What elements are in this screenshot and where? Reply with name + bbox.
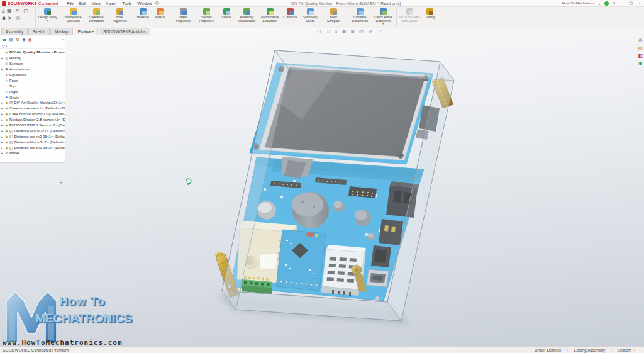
tree-item-label: Right <box>9 90 18 94</box>
tree-item-label: Mates <box>9 151 19 155</box>
feature-tree-item[interactable]: ▸ ◆ Case top asprev<1> (Default<<Defa <box>0 106 65 111</box>
config-selector[interactable]: Custom ▾ <box>611 348 640 352</box>
view-tool-icon[interactable]: ▤ <box>359 28 364 34</box>
tree-item-label: PMS5003 PM2.5 Sensor<1> (Default <box>9 123 65 127</box>
tree-item-label: Nextion Display 2.8 inches<1> (Defa <box>9 118 65 121</box>
feature-tree-item[interactable]: ▸ ▱ Front <box>0 77 65 83</box>
feature-tree-item[interactable]: ▸ ◆ (-) Distance Nut m3<1> (Default<-D <box>0 128 65 133</box>
case-front-panel[interactable] <box>222 50 454 321</box>
feature-tree-item[interactable]: ▸ ◆ Nextion Display 2.8 inches<1> (Defa <box>0 117 65 123</box>
tree-item-icon: ◆ <box>4 146 9 150</box>
feature-tree-item[interactable]: ▸ ◆ (f) DIY Air Quality Monitor(2)<1> (D… <box>0 100 65 106</box>
tree-item-icon: ◆ <box>4 118 9 121</box>
view-tool-icon[interactable]: ○ <box>317 28 321 34</box>
rotate-hint-icon <box>186 179 191 185</box>
tree-item-icon: ◆ <box>4 135 9 138</box>
tree-item-icon: ◆ <box>4 140 9 144</box>
tree-item-icon: ◆ <box>4 129 9 133</box>
tree-item-label: Top <box>9 84 16 88</box>
tree-item-label: (-) Distance nut m3 26<1> (Default< <box>9 135 65 138</box>
view-tool-icon[interactable]: ⌂ <box>335 28 338 34</box>
task-pane-icon[interactable]: ◧ <box>638 53 643 59</box>
tree-item-icon: ◆ <box>4 101 9 104</box>
view-tool-icon[interactable]: ⚙ <box>368 28 372 34</box>
graphics-viewport[interactable]: ○◫⌂▣◉▤⚙▢ ⚙▤◧◉ ☰▤⚙◈◉ › ▽ ▾ ▸ ◈ DIY Air Qu… <box>0 28 644 346</box>
feature-tree-item[interactable]: ▸ ▱ Right <box>0 89 65 94</box>
tree-item-label: (-) Distance nut m3 26<2> (Default< <box>9 146 65 150</box>
tree-item-label: History <box>9 56 21 60</box>
feature-tree-item[interactable]: ▸ ◎ Sensors <box>0 61 65 67</box>
panel-tab-icon[interactable]: ⚙ <box>16 37 19 42</box>
feature-tree-item[interactable]: ▸ ◷ History <box>0 55 65 61</box>
view-tool-icon[interactable]: ▣ <box>341 28 346 34</box>
tree-item-label: DIY Air Quality Monitor - From Altium (D <box>9 50 65 54</box>
status-bar: SOLIDWORKS Connected Premium Under Defin… <box>0 346 644 353</box>
task-pane-icon[interactable]: ⚙ <box>638 38 643 43</box>
panel-tab-icon[interactable]: ◉ <box>28 37 32 42</box>
feature-tree-item[interactable]: ▸ ◆ (-) Distance nut m3 26<1> (Default< <box>0 133 65 139</box>
feature-manager-tabs: ☰▤⚙◈◉ › <box>0 36 65 43</box>
solidworks-window: SOLIDWORKS Connected FileEditViewInsertT… <box>0 0 644 353</box>
view-tool-icon[interactable]: ◉ <box>351 28 355 34</box>
commandmanager-tab[interactable]: Evaluate <box>74 28 98 35</box>
config-value: Custom <box>617 348 631 352</box>
feature-tree-item[interactable]: ▸ ▱ Top <box>0 83 65 89</box>
tree-filter[interactable]: ▽ ▾ <box>0 43 65 49</box>
tree-item-icon: ◆ <box>4 112 9 116</box>
task-pane-icon[interactable]: ▤ <box>638 45 643 51</box>
chevron-down-icon: ▾ <box>6 45 7 48</box>
commandmanager-tab[interactable]: Markup <box>50 28 73 35</box>
commandmanager-tabs: AssemblySketchMarkupEvaluateSOLIDWORKS A… <box>1 28 150 35</box>
tree-item-label: Case top asprev<1> (Default<<Defa <box>9 106 65 110</box>
filter-icon: ▽ <box>2 44 5 48</box>
headsup-view-toolbar: ○◫⌂▣◉▤⚙▢ <box>317 28 381 34</box>
status-constraint: Under Defined <box>528 348 567 352</box>
feature-tree-item[interactable]: ▸ Σ Equations <box>0 72 65 78</box>
tree-item-label: (-) Distance Nut m3<1> (Default<-D <box>9 129 65 133</box>
task-pane-tabs: ⚙▤◧◉ <box>638 38 643 66</box>
tree-item-label: Equations <box>9 73 26 77</box>
tree-item-label: Annotations <box>9 67 30 71</box>
feature-tree-item[interactable]: ▸ ∞ Mates <box>0 150 65 156</box>
panel-tab-icon[interactable]: ▤ <box>9 37 13 42</box>
feature-tree-item[interactable]: ▸ A Annotations <box>0 67 65 72</box>
tree-item-icon: ⌖ <box>4 95 9 99</box>
task-pane-icon[interactable]: ◉ <box>638 60 643 66</box>
tree-item-icon: ◆ <box>4 123 9 127</box>
feature-tree-item[interactable]: ▸ ◆ Case bottom asprv<1> (Default<-Def <box>0 111 65 117</box>
tree-item-icon: ◆ <box>4 106 9 110</box>
assembly-icon: ◈ <box>4 50 9 54</box>
commandmanager-tab[interactable]: SOLIDWORKS Add-Ins <box>99 28 150 35</box>
feature-tree-item[interactable]: ▸ ◆ (-) Distance Nut m3<2> (Default<-D <box>0 139 65 145</box>
feature-manager-panel: ☰▤⚙◈◉ › ▽ ▾ ▸ ◈ DIY Air Quality Monitor … <box>0 36 65 163</box>
feature-tree-root[interactable]: ▸ ◈ DIY Air Quality Monitor - From Altiu… <box>0 50 65 55</box>
tree-item-icon: A <box>4 67 9 71</box>
tree-item-label: Origin <box>9 96 19 99</box>
panel-collapse-arrow[interactable]: ◂ <box>60 180 62 185</box>
tree-item-label: Front <box>9 79 18 82</box>
tree-item-icon: ∞ <box>4 151 9 155</box>
panel-tab-icon[interactable]: ◈ <box>22 37 25 42</box>
tree-item-icon: ◎ <box>4 62 9 65</box>
panel-overflow-arrow[interactable]: › <box>62 37 64 42</box>
commandmanager-tab[interactable]: Sketch <box>28 28 50 35</box>
tree-item-icon: ◷ <box>4 56 9 60</box>
status-mode: Editing Assembly <box>567 348 612 352</box>
view-tool-icon[interactable]: ◫ <box>326 28 330 34</box>
tree-item-icon: ▱ <box>4 90 9 94</box>
tree-item-icon: Σ <box>4 73 9 77</box>
tree-item-label: Sensors <box>9 62 23 65</box>
tree-item-icon: ▱ <box>4 84 9 88</box>
feature-tree: ▸ ◈ DIY Air Quality Monitor - From Altiu… <box>0 49 65 156</box>
view-tool-icon[interactable]: ▢ <box>377 28 381 34</box>
chevron-down-icon: ▾ <box>634 349 635 352</box>
assembly-3d-model[interactable] <box>0 0 644 353</box>
panel-tab-icon[interactable]: ☰ <box>3 37 6 42</box>
tree-item-icon: ▱ <box>4 79 9 82</box>
commandmanager-tab[interactable]: Assembly <box>1 28 28 35</box>
tree-item-label: (f) DIY Air Quality Monitor(2)<1> (Df <box>9 101 65 104</box>
feature-tree-item[interactable]: ▸ ◆ (-) Distance nut m3 26<2> (Default< <box>0 145 65 150</box>
feature-tree-item[interactable]: ▸ ◆ PMS5003 PM2.5 Sensor<1> (Default <box>0 123 65 128</box>
feature-tree-item[interactable]: ▸ ⌖ Origin <box>0 94 65 100</box>
tree-item-label: Case bottom asprv<1> (Default<-Def <box>9 112 65 116</box>
